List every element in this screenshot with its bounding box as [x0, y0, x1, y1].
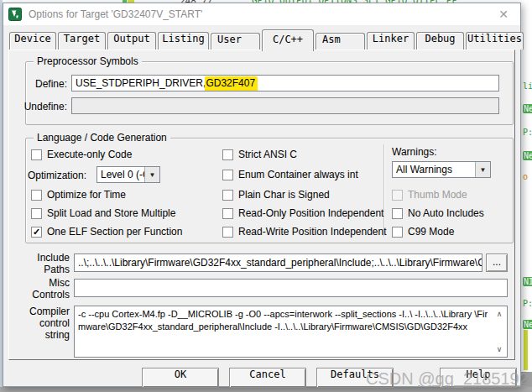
include-paths-input[interactable]: ..\;..\..\..\Library\Firmware\GD32F4xx_s…	[74, 253, 482, 272]
checkbox-label: Thumb Mode	[408, 189, 467, 201]
checkbox-split-load-store-multiple[interactable]: Split Load and Store Multiple	[31, 207, 175, 219]
background-yellow-bar	[524, 330, 528, 370]
checkbox-label: Execute-only Code	[47, 149, 132, 160]
checkbox-box	[31, 227, 42, 238]
checkbox-label: Optimize for Time	[47, 189, 126, 201]
checkbox-read-write-position-independent[interactable]: Read-Write Position Independent	[222, 226, 387, 238]
scroll-down-icon[interactable]: ∨	[497, 345, 503, 353]
checkbox-thumb-mode: Thumb Mode	[392, 189, 467, 201]
options-for-target-dialog: Options for Target 'GD32407V_START' ✕ De…	[3, 3, 521, 387]
define-value: USE_STDPERIPH_DRIVER,	[76, 77, 206, 89]
tab-debug[interactable]: Debug	[416, 32, 464, 50]
warnings-dropdown[interactable]: All Warnings ▼	[392, 161, 491, 178]
checkbox-box	[222, 149, 233, 160]
scrollbar[interactable]: ∧ ∨	[493, 307, 506, 356]
background-code-fragment: Ne	[523, 151, 532, 160]
checkbox-c99-mode[interactable]: C99 Mode	[392, 226, 454, 238]
tab-asm[interactable]: Asm	[316, 33, 365, 50]
background-code-fragment: Ne	[523, 320, 532, 329]
tab-utilities[interactable]: Utilities	[466, 32, 524, 50]
optimization-label: Optimization:	[28, 170, 93, 181]
highlighted-define-value: GD32F407	[205, 76, 258, 91]
checkbox-box	[392, 208, 403, 219]
keil-uvision-icon	[8, 8, 22, 21]
checkbox-box	[222, 170, 233, 180]
group-divider	[383, 144, 384, 237]
checkbox-box	[392, 227, 403, 238]
checkbox-label: One ELF Section per Function	[47, 226, 182, 238]
preprocessor-symbols-group: Preprocessor Symbols	[25, 61, 514, 125]
background-code-fragment: P:	[523, 299, 532, 308]
defaults-button[interactable]: Defaults	[316, 368, 394, 388]
checkbox-label: Plain Char is Signed	[238, 189, 330, 201]
optimization-dropdown[interactable]: Level 0 (-O0) ▼	[96, 166, 160, 183]
background-code-fragment: NI	[523, 277, 532, 286]
checkbox-box	[222, 208, 233, 219]
checkbox-one-elf-section-per-function[interactable]: One ELF Section per Function	[31, 226, 182, 238]
close-icon[interactable]: ✕	[492, 4, 515, 24]
include-paths-value: ..\;..\..\..\Library\Firmware\GD32F4xx_s…	[78, 257, 482, 269]
group-label: Preprocessor Symbols	[34, 55, 142, 67]
tab-output[interactable]: Output	[107, 32, 156, 50]
tab-page-c-cpp: Preprocessor Symbols Define: USE_STDPERI…	[8, 50, 515, 360]
title-bar[interactable]: Options for Target 'GD32407V_START' ✕	[3, 3, 520, 25]
define-input[interactable]: USE_STDPERIPH_DRIVER,GD32F407	[71, 75, 499, 91]
compiler-control-string-box[interactable]: -c --cpu Cortex-M4.fp -D__MICROLIB -g -O…	[74, 306, 508, 358]
compiler-control-string-label: Compiler control string	[16, 306, 70, 341]
checkbox-box	[31, 208, 42, 219]
tab-target[interactable]: Target	[58, 32, 106, 50]
help-button[interactable]: Help	[440, 368, 517, 388]
checkbox-label: Read-Write Position Independent	[238, 226, 387, 238]
chevron-down-icon[interactable]: ▼	[144, 167, 159, 182]
cancel-button[interactable]: Cancel	[229, 368, 306, 388]
misc-controls-input[interactable]	[74, 279, 508, 297]
define-label: Define:	[18, 78, 67, 90]
dialog-title: Options for Target 'GD32407V_START'	[29, 8, 202, 20]
checkbox-label: Strict ANSI C	[238, 149, 297, 160]
undefine-label: Undefine:	[18, 101, 67, 112]
checkbox-label: C99 Mode	[408, 226, 454, 238]
tab-strip: Device Target Output Listing User C/C++ …	[9, 29, 525, 50]
tab-device[interactable]: Device	[9, 32, 56, 50]
warnings-label: Warnings:	[392, 146, 459, 158]
checkbox-no-auto-includes[interactable]: No Auto Includes	[392, 207, 484, 219]
ok-button[interactable]: OK	[142, 368, 219, 388]
checkbox-box	[222, 190, 233, 201]
group-label: Language / Code Generation	[34, 132, 170, 144]
checkbox-label: Split Load and Store Multiple	[47, 207, 175, 219]
checkbox-label: Read-Only Position Independent	[238, 207, 383, 219]
background-code-fragment: li	[523, 81, 532, 91]
checkbox-box	[31, 190, 42, 201]
checkbox-label: No Auto Includes	[408, 207, 484, 219]
scroll-up-icon[interactable]: ∧	[497, 310, 503, 318]
checkbox-read-only-position-independent[interactable]: Read-Only Position Independent	[222, 207, 383, 219]
checkbox-box	[31, 149, 42, 160]
checkbox-box	[392, 190, 403, 201]
checkbox-enum-container-always-int[interactable]: Enum Container always int	[222, 169, 358, 180]
checkbox-box	[222, 227, 233, 238]
misc-controls-label: Misc Controls	[16, 277, 70, 301]
checkbox-execute-only-code[interactable]: Execute-only Code	[31, 149, 132, 160]
checkbox-plain-char-is-signed[interactable]: Plain Char is Signed	[222, 189, 330, 201]
background-code-fragment: P:	[523, 128, 532, 137]
tab-linker[interactable]: Linker	[367, 32, 415, 50]
chevron-down-icon[interactable]: ▼	[475, 162, 490, 177]
checkbox-label: Enum Container always int	[238, 169, 358, 180]
compiler-control-string-value: -c --cpu Cortex-M4.fp -D__MICROLIB -g -O…	[78, 308, 490, 355]
background-code-fragment: Ne	[523, 104, 532, 113]
warnings-value: All Warnings	[393, 164, 475, 175]
include-paths-browse-button[interactable]: ...	[486, 253, 508, 272]
undefine-input[interactable]	[71, 97, 499, 114]
tab-listing[interactable]: Listing	[158, 32, 209, 50]
checkbox-optimize-for-time[interactable]: Optimize for Time	[31, 189, 126, 201]
optimization-value: Level 0 (-O0)	[97, 169, 144, 180]
tab-c-cpp[interactable]: C/C++	[262, 29, 314, 51]
background-code-fragment: o	[523, 172, 528, 181]
checkbox-strict-ansi-c[interactable]: Strict ANSI C	[222, 149, 297, 160]
tab-user[interactable]: User	[211, 33, 260, 50]
include-paths-label: Include Paths	[16, 252, 70, 275]
